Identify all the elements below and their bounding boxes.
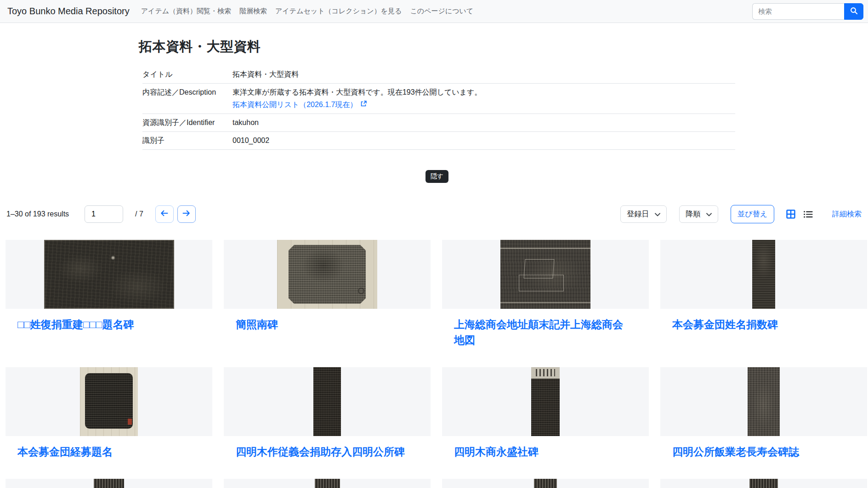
- metadata-value: 0010_0002: [233, 135, 269, 146]
- item-thumbnail-link[interactable]: [6, 479, 212, 488]
- rubbing-thumbnail-image: [313, 367, 341, 436]
- item-title-link[interactable]: 本会募金団姓名捐数碑: [672, 317, 851, 332]
- metadata-row-identifier: 資源識別子／Identifier takuhon: [142, 114, 735, 132]
- item-title-link[interactable]: 四明木作従義会捐助存入四明公所碑: [236, 444, 414, 460]
- metadata-label: 内容記述／Description: [142, 87, 233, 110]
- item-cell: 四明公所飯業老長寿会碑誌: [660, 367, 867, 479]
- item-cell-partial: [224, 479, 431, 488]
- item-cell: 四明木商永盛社碑: [442, 367, 649, 479]
- results-toolbar: 1–30 of 193 results / 7 登録日: [6, 204, 862, 224]
- published-list-link[interactable]: 拓本資料公開リスト（2026.1.7現在）: [233, 99, 357, 110]
- item-thumbnail-link[interactable]: [224, 479, 431, 488]
- metadata-value: 東洋文庫が所蔵する拓本資料・大型資料です。現在193件公開しています。 拓本資料…: [233, 87, 482, 110]
- item-thumbnail-link[interactable]: [224, 240, 431, 309]
- rubbing-thumbnail-image: [315, 479, 340, 488]
- rubbing-thumbnail-image: [44, 240, 174, 309]
- item-thumbnail-link[interactable]: [660, 240, 867, 309]
- item-cell-partial: [442, 479, 649, 488]
- item-title-link[interactable]: □□姓復捐重建□□□題名碑: [17, 317, 196, 332]
- advanced-search-link[interactable]: 詳細検索: [832, 210, 862, 219]
- sort-order-dropdown[interactable]: 降順: [679, 205, 718, 223]
- item-thumbnail-link[interactable]: [660, 367, 867, 436]
- metadata-value: takuhon: [233, 117, 259, 128]
- rubbing-thumbnail-image: [94, 479, 124, 488]
- navbar-search: [752, 3, 863, 20]
- metadata-label: 識別子: [142, 135, 233, 146]
- pagination: [155, 205, 196, 223]
- item-cell: 簡照南碑: [224, 240, 431, 367]
- rubbing-thumbnail-image: [534, 479, 557, 488]
- chevron-down-icon: [706, 210, 712, 218]
- item-cell: 本会募金団姓名捐数碑: [660, 240, 867, 367]
- sort-order-value: 降順: [686, 210, 700, 219]
- site-brand[interactable]: Toyo Bunko Media Repository: [7, 6, 130, 17]
- page-total: / 7: [135, 210, 143, 218]
- search-button[interactable]: [844, 3, 863, 20]
- metadata-value: 拓本資料・大型資料: [233, 69, 299, 80]
- collection-header: 拓本資料・大型資料 タイトル 拓本資料・大型資料 内容記述／Descriptio…: [139, 38, 735, 183]
- rubbing-thumbnail-image: [80, 367, 138, 436]
- item-title-link[interactable]: 四明木商永盛社碑: [454, 444, 632, 460]
- main-nav: アイテム（資料）閲覧・検索 階層検索 アイテムセット（コレクション）を見る この…: [137, 7, 478, 16]
- metadata-row-description: 内容記述／Description 東洋文庫が所蔵する拓本資料・大型資料です。現在…: [142, 84, 735, 114]
- metadata-label: 資源識別子／Identifier: [142, 117, 233, 128]
- list-view-icon[interactable]: [803, 210, 813, 218]
- description-text: 東洋文庫が所蔵する拓本資料・大型資料です。現在193件公開しています。: [233, 87, 482, 98]
- hide-metadata-button[interactable]: 隠す: [425, 170, 448, 183]
- rubbing-thumbnail-image: [749, 479, 778, 488]
- previous-page-button[interactable]: [155, 205, 174, 223]
- nav-item-hierarchy-search[interactable]: 階層検索: [239, 7, 267, 16]
- item-thumbnail-link[interactable]: [6, 240, 212, 309]
- item-cell: 本会募金団経募題名: [6, 367, 212, 479]
- page-number-input[interactable]: [85, 205, 123, 223]
- item-cell-partial: [6, 479, 212, 488]
- chevron-down-icon: [655, 210, 660, 218]
- item-title-link[interactable]: 四明公所飯業老長寿会碑誌: [672, 444, 851, 460]
- item-title-link[interactable]: 簡照南碑: [236, 317, 414, 332]
- metadata-table: タイトル 拓本資料・大型資料 内容記述／Description 東洋文庫が所蔵す…: [142, 66, 735, 150]
- item-grid: □□姓復捐重建□□□題名碑 簡照南碑 上海総商会地址顛末記并上海総商会地図 本会…: [6, 240, 868, 488]
- rubbing-thumbnail-image: [752, 240, 775, 309]
- sort-field-value: 登録日: [627, 210, 649, 219]
- item-cell: □□姓復捐重建□□□題名碑: [6, 240, 212, 367]
- nav-item-browse-search[interactable]: アイテム（資料）閲覧・検索: [141, 7, 231, 16]
- apply-sort-button[interactable]: 並び替え: [731, 205, 774, 223]
- item-title-link[interactable]: 上海総商会地址顛末記并上海総商会地図: [454, 317, 632, 348]
- metadata-row-id: 識別子 0010_0002: [142, 132, 735, 150]
- metadata-row-title: タイトル 拓本資料・大型資料: [142, 66, 735, 84]
- arrow-right-icon: [182, 210, 191, 219]
- metadata-label: タイトル: [142, 69, 233, 80]
- item-thumbnail-link[interactable]: [442, 240, 649, 309]
- item-thumbnail-link[interactable]: [442, 367, 649, 436]
- sort-field-dropdown[interactable]: 登録日: [620, 205, 667, 223]
- rubbing-thumbnail-image: [531, 367, 560, 436]
- grid-view-icon[interactable]: [786, 210, 795, 219]
- nav-item-about-page[interactable]: このページについて: [410, 7, 473, 16]
- item-thumbnail-link[interactable]: [6, 367, 212, 436]
- arrow-left-icon: [160, 210, 169, 219]
- results-count: 1–30 of 193 results: [6, 210, 69, 218]
- rubbing-thumbnail-image: [277, 240, 377, 309]
- search-input[interactable]: [752, 3, 844, 20]
- item-cell: 上海総商会地址顛末記并上海総商会地図: [442, 240, 649, 367]
- rubbing-thumbnail-image: [500, 240, 590, 309]
- next-page-button[interactable]: [177, 205, 196, 223]
- search-icon: [850, 7, 858, 16]
- external-link-icon: [360, 99, 367, 110]
- top-navbar: Toyo Bunko Media Repository アイテム（資料）閲覧・検…: [0, 0, 868, 23]
- item-cell-partial: [660, 479, 867, 488]
- item-thumbnail-link[interactable]: [442, 479, 649, 488]
- rubbing-thumbnail-image: [748, 367, 780, 436]
- item-cell: 四明木作従義会捐助存入四明公所碑: [224, 367, 431, 479]
- item-title-link[interactable]: 本会募金団経募題名: [17, 444, 196, 460]
- nav-item-item-sets[interactable]: アイテムセット（コレクション）を見る: [275, 7, 402, 16]
- item-thumbnail-link[interactable]: [224, 367, 431, 436]
- page-title: 拓本資料・大型資料: [139, 38, 735, 56]
- item-thumbnail-link[interactable]: [660, 479, 867, 488]
